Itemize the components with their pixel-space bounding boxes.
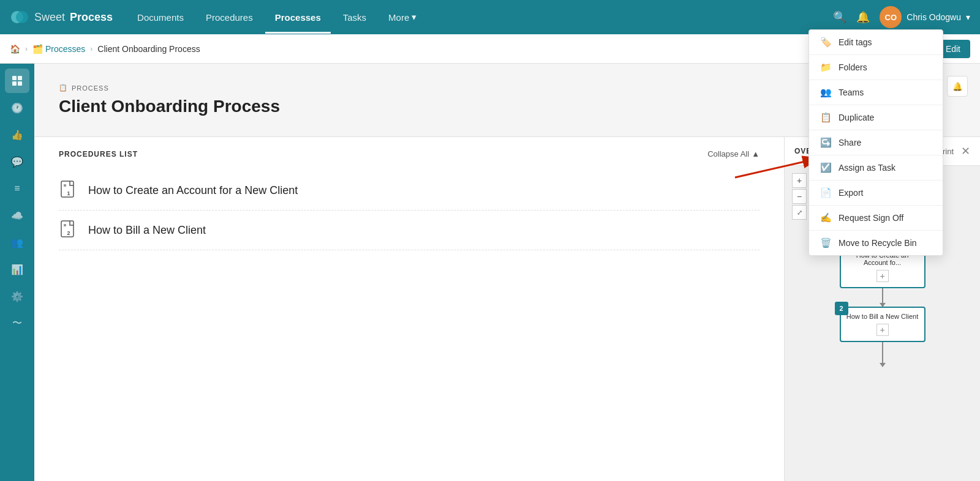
dropdown-item-share[interactable]: ↪️ Share — [809, 130, 943, 155]
svg-rect-5 — [18, 81, 22, 86]
export-icon: 📄 — [820, 187, 831, 198]
sidebar-item-processes[interactable] — [5, 69, 29, 93]
teams-icon: 👥 — [820, 87, 831, 98]
sidebar-item-wave[interactable]: 〜 — [5, 311, 29, 335]
user-chevron-icon: ▾ — [966, 12, 970, 22]
dropdown-item-recycle-bin[interactable]: 🗑️ Move to Recycle Bin — [809, 231, 943, 255]
logo-process: Process — [70, 11, 113, 24]
sidebar-item-list[interactable]: ≡ — [5, 176, 29, 201]
doc-icon-1: 1 — [60, 181, 77, 200]
user-menu[interactable]: CO Chris Odogwu ▾ — [880, 6, 970, 28]
avatar: CO — [880, 6, 902, 28]
home-breadcrumb[interactable]: 🏠 — [10, 44, 20, 54]
procedure-icon-2: 2 — [59, 220, 78, 240]
search-icon[interactable]: 🔍 — [833, 10, 846, 24]
svg-rect-7 — [64, 184, 66, 187]
procedure-item-2[interactable]: 2 How to Bill a New Client — [59, 211, 760, 250]
folders-label: Folders — [839, 62, 867, 72]
notifications-icon[interactable]: 🔔 — [856, 10, 870, 24]
flow-step-plus-1[interactable]: + — [876, 270, 889, 282]
processes-breadcrumb[interactable]: 🗂️ Processes — [32, 44, 85, 54]
recycle-bin-icon: 🗑️ — [820, 237, 831, 248]
flow-step-2[interactable]: 2 How to Bill a New Client + — [840, 307, 925, 342]
username: Chris Odogwu — [907, 12, 961, 22]
nav-processes[interactable]: Processes — [265, 7, 331, 28]
sidebar-item-users[interactable]: 👥 — [5, 230, 29, 255]
nav-more[interactable]: More ▾ — [379, 7, 426, 28]
actions-dropdown-menu: 🏷️ Edit tags 📁 Folders 👥 Teams 📋 Duplica… — [809, 29, 943, 256]
app-logo[interactable]: SweetProcess — [10, 7, 113, 27]
flow-arrow-3 — [882, 342, 883, 367]
logo-icon — [10, 7, 29, 27]
logo-sweet: Sweet — [34, 11, 65, 24]
request-sign-off-icon: ✍️ — [820, 212, 831, 223]
svg-point-1 — [16, 11, 28, 23]
procedure-name-2: How to Bill a New Client — [88, 224, 206, 237]
recycle-bin-label: Move to Recycle Bin — [839, 238, 917, 248]
sidebar-item-thumbsup[interactable]: 👍 — [5, 122, 29, 147]
close-overview-button[interactable]: ✕ — [961, 144, 970, 158]
procedures-list: PROCEDURES LIST Collapse All ▲ 1 — [34, 137, 784, 481]
sidebar-item-clock[interactable]: 🕐 — [5, 95, 29, 120]
nav-links: Documents Procedures Processes Tasks Mor… — [127, 7, 833, 28]
svg-rect-2 — [12, 76, 17, 80]
breadcrumb-sep-1: › — [25, 45, 28, 53]
flow-arrow-2 — [882, 288, 883, 307]
nav-documents[interactable]: Documents — [127, 7, 194, 28]
assign-task-label: Assign as Task — [839, 163, 895, 173]
fit-button[interactable]: ⤢ — [792, 205, 807, 220]
dropdown-item-request-sign-off[interactable]: ✍️ Request Sign Off — [809, 206, 943, 231]
dropdown-item-duplicate[interactable]: 📋 Duplicate — [809, 105, 943, 130]
left-sidebar: 🕐 👍 💬 ≡ ☁️ 👥 📊 ⚙️ 〜 — [0, 64, 34, 481]
process-type-icon: 📋 — [59, 84, 68, 92]
teams-label: Teams — [839, 88, 864, 97]
doc-icon-2: 2 — [60, 220, 77, 240]
breadcrumb-sep-2: › — [90, 45, 92, 53]
svg-text:2: 2 — [67, 230, 70, 236]
current-breadcrumb: Client Onboarding Process — [97, 44, 200, 54]
svg-rect-4 — [12, 81, 17, 86]
procedure-icon-1: 1 — [59, 181, 78, 200]
svg-rect-10 — [64, 224, 66, 226]
zoom-out-button[interactable]: − — [792, 189, 807, 204]
nav-right: 🔍 🔔 CO Chris Odogwu ▾ — [833, 6, 970, 28]
duplicate-icon: 📋 — [820, 112, 831, 123]
request-sign-off-label: Request Sign Off — [839, 213, 903, 223]
edit-tags-label: Edit tags — [839, 37, 872, 47]
edit-tags-icon: 🏷️ — [820, 37, 831, 48]
dropdown-item-folders[interactable]: 📁 Folders — [809, 55, 943, 80]
collapse-all-button[interactable]: Collapse All ▲ — [707, 149, 760, 158]
processes-sidebar-icon — [11, 75, 23, 87]
dropdown-item-edit-tags[interactable]: 🏷️ Edit tags — [809, 30, 943, 55]
sidebar-item-chart[interactable]: 📊 — [5, 257, 29, 282]
sidebar-item-settings[interactable]: ⚙️ — [5, 284, 29, 308]
nav-procedures[interactable]: Procedures — [196, 7, 263, 28]
share-label: Share — [839, 138, 861, 147]
sidebar-item-chat[interactable]: 💬 — [5, 149, 29, 174]
flow-controls: + − ⤢ — [792, 173, 807, 220]
procedures-list-title: PROCEDURES LIST — [59, 150, 138, 158]
svg-rect-3 — [18, 76, 22, 80]
folders-icon: 📁 — [820, 62, 831, 73]
nav-tasks[interactable]: Tasks — [333, 7, 376, 28]
export-label: Export — [839, 188, 863, 198]
flow-step-plus-2[interactable]: + — [876, 324, 889, 336]
dropdown-item-teams[interactable]: 👥 Teams — [809, 80, 943, 105]
share-icon: ↪️ — [820, 137, 831, 148]
procedure-item-1[interactable]: 1 How to Create an Account for a New Cli… — [59, 171, 760, 211]
assign-task-icon: ☑️ — [820, 162, 831, 173]
dropdown-item-export[interactable]: 📄 Export — [809, 181, 943, 206]
flow-step-badge-2: 2 — [835, 302, 848, 315]
flow-step-text-2: How to Bill a New Client — [846, 313, 919, 320]
breadcrumb: 🏠 › 🗂️ Processes › Client Onboarding Pro… — [10, 44, 828, 54]
sidebar-item-cloud[interactable]: ☁️ — [5, 203, 29, 228]
svg-text:1: 1 — [67, 190, 70, 196]
dropdown-item-assign-task[interactable]: ☑️ Assign as Task — [809, 155, 943, 181]
procedure-name-1: How to Create an Account for a New Clien… — [88, 184, 298, 197]
zoom-in-button[interactable]: + — [792, 173, 807, 188]
bell-button[interactable]: 🔔 — [947, 76, 968, 97]
procedures-list-header: PROCEDURES LIST Collapse All ▲ — [59, 149, 760, 158]
duplicate-label: Duplicate — [839, 113, 874, 122]
